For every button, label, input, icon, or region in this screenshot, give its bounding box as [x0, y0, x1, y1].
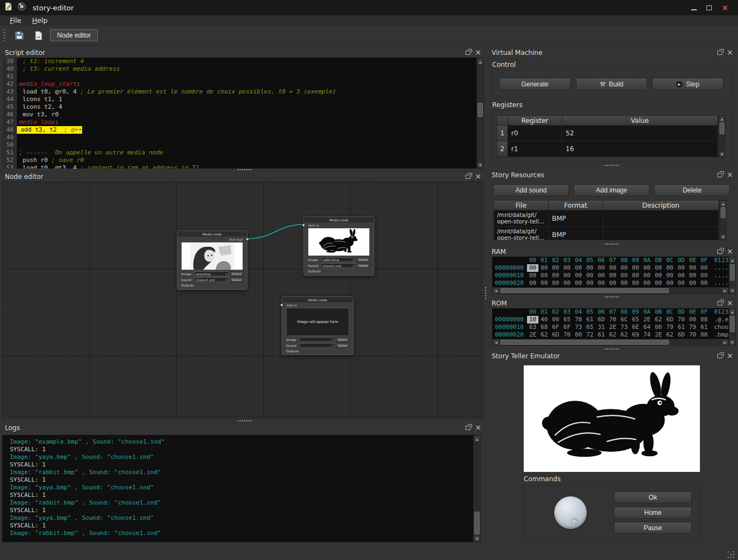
scroll-left-arrow[interactable]: ◀ [493, 339, 499, 345]
save-button[interactable] [11, 28, 27, 43]
hex-byte[interactable]: 00 [573, 272, 584, 279]
hex-byte[interactable]: 61 [584, 316, 596, 323]
float-panel-icon[interactable] [717, 301, 722, 306]
hex-byte[interactable]: 70 [561, 331, 573, 339]
hex-byte[interactable]: 79 [687, 323, 698, 331]
hex-byte[interactable]: 00 [653, 279, 664, 287]
splitter-handle[interactable] [605, 296, 606, 297]
code-line[interactable]: 39 ; t2: increment 4 [2, 58, 476, 65]
hex-byte[interactable]: 65 [561, 316, 573, 323]
code-line[interactable]: 46 mov t3, r0 [2, 111, 476, 119]
scrollbar-thumb[interactable] [730, 316, 735, 332]
scrollbar-thumb[interactable] [477, 103, 483, 117]
node-select-button[interactable]: Select [230, 271, 243, 276]
logs-scrollbar[interactable]: ▲ ▼ [473, 435, 481, 542]
splitter-handle[interactable] [238, 169, 239, 170]
hex-byte[interactable]: 78 [573, 316, 584, 323]
emulator-dock-title[interactable]: Story Teller Emulator × [489, 351, 736, 360]
scroll-up-arrow[interactable]: ▲ [719, 116, 725, 122]
hex-byte[interactable]: 00 [596, 279, 607, 287]
hex-byte[interactable]: 73 [573, 323, 584, 331]
hex-byte[interactable]: 70 [675, 316, 687, 323]
registers-table[interactable]: Register Value 1 r0 52 2 r1 16 [497, 115, 718, 158]
rom-dock-title[interactable]: ROM × [489, 298, 736, 308]
hex-byte[interactable]: 62 [653, 316, 664, 323]
node-media-combobox[interactable]: yaya.bmp▾ [194, 271, 229, 276]
node-select-button[interactable]: Select [336, 343, 349, 348]
float-panel-icon[interactable] [466, 51, 470, 55]
resources-table[interactable]: File Format Description /mnt/data/git/ o… [493, 200, 720, 240]
hex-byte[interactable]: 6D [664, 316, 675, 323]
hex-byte[interactable]: 00 [653, 323, 664, 331]
scroll-down-arrow[interactable]: ▼ [719, 151, 725, 157]
hex-byte[interactable]: 62 [618, 331, 630, 339]
hex-byte[interactable]: 64 [641, 323, 653, 331]
hex-byte[interactable]: 00 [527, 264, 538, 272]
menu-file[interactable]: File [4, 16, 27, 25]
close-panel-icon[interactable]: × [475, 174, 481, 179]
hex-byte[interactable]: 00 [607, 264, 618, 272]
scroll-down-arrow[interactable]: ▼ [474, 535, 480, 542]
node-media-combobox[interactable]: ▾ [299, 343, 335, 348]
hex-byte[interactable]: 62 [664, 331, 675, 339]
scroll-down-arrow[interactable]: ▼ [477, 161, 483, 168]
hex-byte[interactable]: 74 [641, 331, 653, 339]
hex-byte[interactable]: 6D [550, 331, 561, 339]
hex-byte[interactable]: 61 [675, 323, 687, 331]
hex-byte[interactable]: 40 [538, 316, 550, 323]
hex-byte[interactable]: 00 [664, 264, 675, 272]
scroll-left-arrow[interactable]: ◀ [493, 288, 499, 294]
float-panel-icon[interactable] [717, 250, 722, 254]
rom-hscrollbar[interactable]: ◀ ▶ [492, 339, 729, 346]
scroll-up-arrow[interactable]: ▲ [729, 257, 735, 263]
close-panel-icon[interactable]: × [727, 172, 733, 177]
hex-byte[interactable]: 00 [561, 264, 573, 272]
pause-button[interactable]: Pause [614, 522, 692, 534]
close-panel-icon[interactable]: × [475, 425, 481, 430]
node-wire[interactable] [247, 225, 303, 239]
add-sound-button[interactable]: Add sound [493, 184, 569, 196]
float-panel-icon[interactable] [466, 426, 470, 430]
scroll-down-arrow[interactable]: ▼ [729, 339, 735, 345]
media-node[interactable]: Media nodePort In Imagerabbit.bmp▾Select… [303, 216, 374, 276]
hex-byte[interactable]: 00 [641, 264, 653, 272]
code-line[interactable]: 51; ------ On appelle un autre media nod… [2, 149, 476, 157]
node-canvas[interactable]: Media nodePort Out Imageyaya.bmp▾SelectS… [2, 182, 484, 419]
register-row[interactable]: 1 r0 52 [497, 126, 718, 141]
hex-byte[interactable]: 65 [630, 316, 641, 323]
hex-byte[interactable]: 2E [653, 331, 664, 339]
hex-byte[interactable]: 00 [550, 279, 561, 287]
hex-byte[interactable]: 00 [698, 264, 710, 272]
scrollbar-thumb[interactable] [500, 288, 669, 293]
register-value-cell[interactable]: 16 [562, 141, 718, 157]
hex-byte[interactable]: 00 [561, 279, 573, 287]
resource-description-cell[interactable] [603, 227, 719, 240]
media-node[interactable]: Media nodePort InImage will appear hereI… [282, 296, 354, 355]
hex-byte[interactable]: 10 [527, 316, 538, 323]
resource-format-cell[interactable]: BMP [549, 227, 603, 240]
hex-byte[interactable]: 00 [630, 272, 641, 279]
resource-description-cell[interactable] [603, 210, 719, 226]
hex-byte[interactable]: 2E [641, 316, 653, 323]
splitter-handle[interactable] [605, 244, 606, 245]
hex-byte[interactable]: 6D [675, 331, 687, 339]
resource-format-cell[interactable]: BMP [549, 210, 603, 226]
hex-byte[interactable]: 00 [573, 331, 584, 339]
toolbar-handle[interactable] [3, 29, 5, 41]
hex-byte[interactable]: 70 [607, 316, 618, 323]
hex-byte[interactable]: 00 [698, 331, 710, 339]
hex-byte[interactable]: 00 [653, 272, 664, 279]
resource-file-cell[interactable]: /mnt/data/git/ open-story-tell… [494, 210, 549, 226]
story-resources-dock-title[interactable]: Story Resources × [489, 170, 736, 179]
hex-byte[interactable]: 00 [641, 272, 653, 279]
hex-byte[interactable]: 00 [596, 264, 607, 272]
command-knob[interactable] [554, 496, 587, 529]
splitter-handle[interactable] [605, 349, 606, 350]
resource-file-cell[interactable]: /mnt/data/git/ open-story-tell… [494, 227, 549, 240]
hex-byte[interactable]: 6F [561, 323, 573, 331]
script-editor-dock-title[interactable]: Script editor × [2, 48, 484, 57]
register-row[interactable]: 2 r1 16 [497, 141, 718, 157]
hex-byte[interactable]: 00 [573, 279, 584, 287]
maximize-button[interactable] [706, 5, 712, 10]
close-panel-icon[interactable]: × [727, 353, 733, 358]
